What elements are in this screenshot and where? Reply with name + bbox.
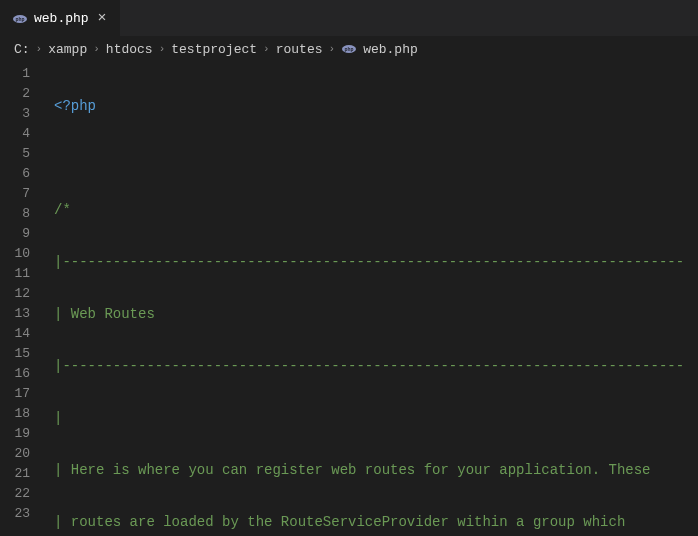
line-number: 20: [0, 444, 48, 464]
line-number: 17: [0, 384, 48, 404]
tab-label: web.php: [34, 11, 89, 26]
svg-text:php: php: [15, 17, 24, 23]
line-number: 19: [0, 424, 48, 444]
breadcrumb-item[interactable]: htdocs: [106, 42, 153, 57]
php-file-icon: php: [341, 41, 357, 57]
line-number: 12: [0, 284, 48, 304]
php-open-tag: <?php: [54, 98, 96, 114]
tab-web-php[interactable]: php web.php ×: [0, 0, 120, 36]
line-number: 1: [0, 64, 48, 84]
comment: /*: [54, 202, 71, 218]
line-number: 6: [0, 164, 48, 184]
line-number: 21: [0, 464, 48, 484]
line-number: 2: [0, 84, 48, 104]
php-file-icon: php: [12, 11, 28, 27]
comment: | Here is where you can register web rou…: [54, 462, 651, 478]
comment: | Web Routes: [54, 306, 155, 322]
line-number: 5: [0, 144, 48, 164]
tab-bar: php web.php ×: [0, 0, 698, 36]
chevron-right-icon: ›: [159, 43, 166, 55]
chevron-right-icon: ›: [263, 43, 270, 55]
code-editor[interactable]: 1234567891011121314151617181920212223 <?…: [0, 62, 698, 536]
chevron-right-icon: ›: [93, 43, 100, 55]
line-number: 23: [0, 504, 48, 524]
line-number-gutter: 1234567891011121314151617181920212223: [0, 62, 48, 536]
breadcrumb-item[interactable]: xampp: [48, 42, 87, 57]
svg-text:php: php: [345, 47, 354, 53]
line-number: 7: [0, 184, 48, 204]
comment: |---------------------------------------…: [54, 254, 684, 270]
code-content[interactable]: <?php /* |------------------------------…: [48, 62, 698, 536]
breadcrumb: C: › xampp › htdocs › testproject › rout…: [0, 36, 698, 62]
breadcrumb-item[interactable]: C:: [14, 42, 30, 57]
line-number: 13: [0, 304, 48, 324]
chevron-right-icon: ›: [36, 43, 43, 55]
line-number: 22: [0, 484, 48, 504]
line-number: 4: [0, 124, 48, 144]
line-number: 16: [0, 364, 48, 384]
comment: |: [54, 410, 62, 426]
comment: | routes are loaded by the RouteServiceP…: [54, 514, 625, 530]
breadcrumb-item[interactable]: routes: [276, 42, 323, 57]
line-number: 10: [0, 244, 48, 264]
close-icon[interactable]: ×: [95, 10, 110, 27]
line-number: 15: [0, 344, 48, 364]
line-number: 9: [0, 224, 48, 244]
line-number: 8: [0, 204, 48, 224]
line-number: 18: [0, 404, 48, 424]
chevron-right-icon: ›: [329, 43, 336, 55]
line-number: 14: [0, 324, 48, 344]
comment: |---------------------------------------…: [54, 358, 684, 374]
line-number: 11: [0, 264, 48, 284]
breadcrumb-item[interactable]: web.php: [363, 42, 418, 57]
breadcrumb-item[interactable]: testproject: [171, 42, 257, 57]
line-number: 3: [0, 104, 48, 124]
